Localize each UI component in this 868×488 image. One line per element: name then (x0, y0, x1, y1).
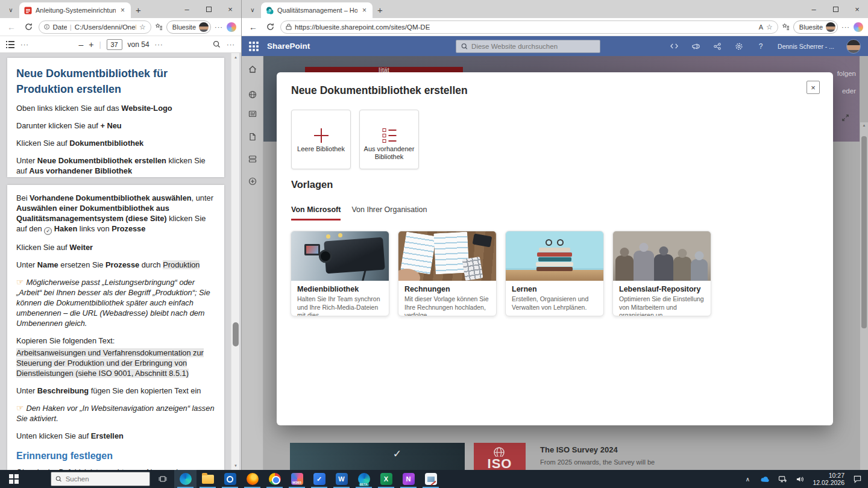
refresh-icon[interactable] (22, 20, 35, 34)
scroll-up-icon[interactable]: ▲ (231, 53, 240, 61)
refresh-icon[interactable] (263, 20, 277, 34)
taskbar-app-m365[interactable]: M365 (286, 470, 308, 488)
add-circle-icon[interactable] (248, 177, 257, 186)
browser-profile-button[interactable]: Bluesite (793, 20, 838, 34)
zoom-out-icon[interactable]: – (78, 40, 83, 49)
taskbar-app-excel[interactable]: X (375, 470, 397, 488)
search-icon[interactable] (213, 40, 221, 48)
template-desc: Erstellen, Organisieren und Verwalten vo… (512, 295, 597, 311)
copilot-icon[interactable] (854, 22, 863, 32)
taskbar-app-todo[interactable]: ✓ (308, 470, 330, 488)
taskbar-app-edge-beta[interactable]: BETA (353, 470, 375, 488)
favorite-star-icon[interactable]: ☆ (766, 23, 773, 31)
taskbar-app-chrome[interactable] (263, 470, 286, 488)
volume-icon[interactable] (795, 474, 805, 484)
pdf-scrollbar[interactable]: ▲ ▼ (231, 53, 239, 470)
share-graph-icon[interactable] (712, 42, 722, 51)
read-aloud-icon[interactable]: A (759, 23, 763, 31)
profile-avatar (199, 22, 209, 32)
task-view-button[interactable] (154, 470, 172, 488)
library-icon[interactable] (248, 154, 257, 164)
template-card-learning[interactable]: Lernen Erstellen, Organisieren und Verwa… (505, 231, 604, 316)
taskbar-app-edge[interactable] (174, 470, 197, 488)
blank-library-card[interactable]: Leere Bibliothek (291, 110, 351, 169)
browser-window-pdf: ∨ Anleitung-Systemeinrichtung-2026 × + –… (0, 0, 241, 470)
megaphone-icon[interactable] (691, 42, 700, 51)
sharepoint-brand[interactable]: SharePoint (267, 42, 310, 51)
tab-from-organisation[interactable]: Von Ihrer Organisation (351, 205, 427, 221)
home-icon[interactable] (248, 64, 257, 74)
taskbar-app-word[interactable]: W (330, 470, 353, 488)
tab-close-icon[interactable]: × (119, 6, 126, 14)
taskbar-app-firefox[interactable] (241, 470, 263, 488)
tab-sharepoint[interactable]: S Qualitätsmanagement – Homepag × (261, 2, 373, 18)
from-existing-library-card[interactable]: Aus vorhandener Bibliothek (359, 110, 419, 169)
browser-profile-button[interactable]: Bluesite (166, 20, 211, 34)
maximize-button[interactable] (825, 0, 846, 18)
network-icon[interactable] (778, 474, 787, 484)
new-tab-button[interactable]: + (377, 5, 383, 15)
template-card-resume-repository[interactable]: Lebenslauf-Repository Optimieren Sie die… (612, 231, 711, 316)
taskbar-app-snipping[interactable] (420, 470, 442, 488)
user-avatar[interactable] (846, 39, 861, 54)
sp-scrollbar[interactable]: ▲ (860, 122, 868, 470)
scrollbar-thumb[interactable] (861, 136, 867, 328)
page-more-icon[interactable]: ··· (155, 41, 163, 48)
taskbar-app-explorer[interactable] (197, 470, 219, 488)
globe-icon[interactable] (248, 90, 257, 99)
tab-search-chevron-icon[interactable]: ∨ (4, 3, 18, 16)
back-icon[interactable]: ← (5, 20, 18, 34)
tab-close-icon[interactable]: × (361, 6, 368, 14)
template-card-media-library[interactable]: Medienbibliothek Halten Sie Ihr Team syn… (291, 231, 389, 316)
user-name[interactable]: Dennis Scherrer - ... (778, 43, 834, 50)
close-button[interactable]: × (846, 0, 868, 18)
onedrive-icon[interactable] (760, 474, 770, 484)
dialog-close-button[interactable]: × (807, 81, 820, 94)
taskbar-search-input[interactable] (66, 475, 145, 483)
copilot-icon[interactable] (227, 22, 236, 32)
doc-paragraph: Kopieren Sie folgenden Text: (16, 336, 215, 346)
sp-search-input[interactable] (471, 43, 595, 50)
scrollbar-thumb[interactable] (233, 322, 239, 346)
tab-pdf[interactable]: Anleitung-Systemeinrichtung-2026 × (19, 2, 131, 18)
pdf-more-icon[interactable]: ··· (227, 41, 235, 48)
file-protocol-label: Datei (52, 23, 66, 31)
tray-chevron-up-icon[interactable]: ∧ (743, 474, 752, 484)
minimize-button[interactable]: – (176, 0, 198, 18)
tab-from-microsoft[interactable]: Von Microsoft (291, 205, 341, 221)
action-center-icon[interactable] (852, 474, 862, 484)
minimize-button[interactable]: – (803, 0, 825, 18)
address-field[interactable]: Datei | C:/Users/denni/OneD... ☆ (39, 20, 151, 34)
maximize-button[interactable] (198, 0, 219, 18)
settings-gear-icon[interactable] (734, 42, 744, 51)
favorites-hub-icon[interactable] (782, 23, 790, 31)
page-number-input[interactable] (107, 39, 122, 50)
tab-search-chevron-icon[interactable]: ∨ (245, 3, 260, 16)
toolbar-more-icon[interactable]: ··· (20, 41, 29, 48)
address-field[interactable]: https://bluesite.sharepoint.com/sites/QM… (280, 20, 778, 34)
browser-menu-icon[interactable]: ··· (215, 23, 223, 31)
browser-menu-icon[interactable]: ··· (841, 23, 850, 31)
taskbar-app-outlook[interactable] (219, 470, 241, 488)
zoom-in-icon[interactable]: + (89, 40, 93, 49)
favorite-star-icon[interactable]: ☆ (139, 23, 146, 31)
app-launcher-icon[interactable] (249, 42, 259, 51)
toc-icon[interactable] (6, 41, 14, 48)
sp-search-box[interactable] (456, 40, 600, 53)
dev-mode-icon[interactable] (669, 42, 679, 51)
scroll-down-icon[interactable]: ▼ (231, 461, 240, 470)
template-card-invoices[interactable]: Rechnungen Mit dieser Vorlage können Sie… (398, 231, 497, 316)
taskbar-search-box[interactable] (51, 472, 150, 486)
favorites-hub-icon[interactable] (155, 23, 163, 31)
scroll-up-icon[interactable]: ▲ (860, 124, 868, 127)
close-button[interactable]: × (219, 0, 241, 18)
taskbar-app-dynamics[interactable]: N (397, 470, 420, 488)
news-icon[interactable] (248, 109, 257, 119)
expand-icon[interactable] (841, 113, 850, 122)
help-icon[interactable]: ? (756, 42, 766, 51)
new-tab-button[interactable]: + (136, 5, 141, 15)
start-button[interactable] (0, 470, 28, 488)
back-icon[interactable]: ← (247, 20, 260, 34)
page-icon[interactable] (248, 132, 257, 142)
taskbar-clock[interactable]: 10:27 12.02.2026 (813, 472, 844, 486)
